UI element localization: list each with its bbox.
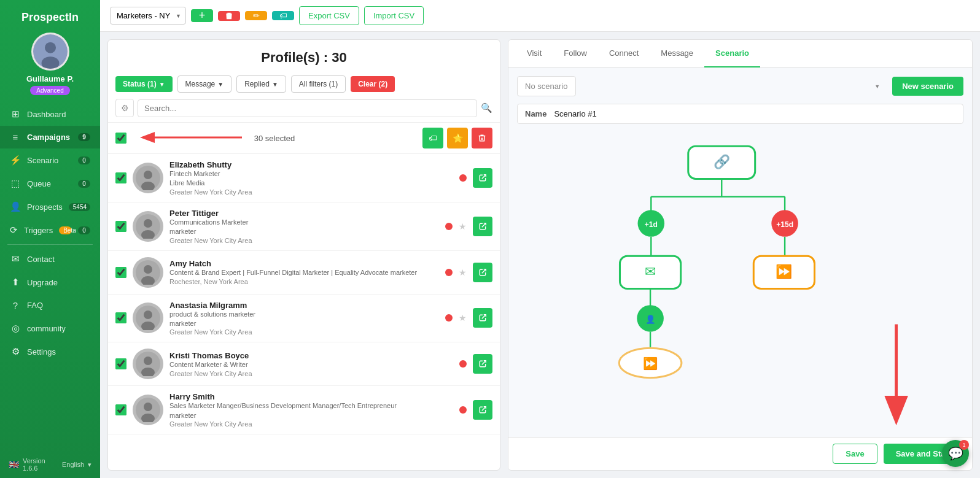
triggers-icon: ⟳ (10, 225, 18, 236)
profile-title: Fintech Marketer (169, 169, 453, 179)
clear-filters-button[interactable]: Clear (2) (351, 76, 395, 92)
sidebar-item-contact[interactable]: ✉ Contact (0, 247, 100, 271)
profile-company: marketer (169, 227, 439, 236)
profile-checkbox[interactable] (115, 172, 126, 183)
brand-title: ProspectIn (0, 0, 100, 33)
upgrade-icon: ⬆ (10, 277, 21, 288)
add-button[interactable]: + (191, 9, 213, 22)
save-button[interactable]: Save (833, 444, 877, 464)
table-row: Anastasia Milgramm product & solutions m… (108, 295, 500, 343)
tab-follow[interactable]: Follow (553, 40, 598, 67)
sidebar-item-scenario[interactable]: ⚡ Scenario 0 (0, 148, 100, 172)
sidebar-item-label: FAQ (27, 301, 43, 310)
profile-checkbox[interactable] (115, 404, 126, 415)
name-row: Name Scenario #1 (517, 104, 963, 124)
delete-selected-button[interactable] (472, 128, 492, 148)
delete-button[interactable] (218, 11, 240, 21)
tab-scenario[interactable]: Scenario (704, 40, 760, 67)
sidebar-divider (7, 244, 93, 245)
sidebar-item-dashboard[interactable]: ⊞ Dashboard (0, 102, 100, 126)
language-chevron[interactable]: ▾ (88, 461, 91, 469)
sidebar-item-label: Settings (27, 347, 56, 357)
profile-info: Anastasia Milgramm product & solutions m… (169, 301, 439, 336)
tag-selected-button[interactable]: 🏷 (422, 128, 443, 148)
profile-checkbox[interactable] (115, 221, 126, 232)
new-scenario-button[interactable]: New scenario (892, 77, 963, 96)
scenario-panel: Visit Follow Connect Message Scenario No… (508, 39, 973, 471)
sidebar-item-community[interactable]: ◎ community (0, 317, 100, 340)
replied-filter-button[interactable]: Replied ▼ (236, 75, 286, 93)
profile-checkbox[interactable] (115, 267, 126, 278)
profile-action-button[interactable] (473, 400, 492, 420)
contact-icon: ✉ (10, 253, 21, 264)
sidebar-item-settings[interactable]: ⚙ Settings (0, 340, 100, 363)
profile-action-button[interactable] (473, 354, 492, 374)
sidebar-item-campaigns[interactable]: ≡ Campaigns 9 (0, 126, 100, 148)
edit-button[interactable]: ✏ (245, 11, 267, 20)
search-submit-button[interactable]: 🔍 (481, 102, 492, 114)
search-input[interactable] (138, 99, 477, 117)
search-settings-button[interactable]: ⚙ (115, 99, 134, 117)
avatar (133, 211, 163, 242)
prospects-icon: 👤 (10, 201, 21, 212)
profile-action-button[interactable] (473, 168, 492, 188)
table-row: Harry Smith Sales Marketer Manger/Busine… (108, 386, 500, 434)
status-filter-chevron: ▼ (159, 81, 165, 88)
export-csv-button[interactable]: Export CSV (299, 6, 359, 25)
star-selected-button[interactable]: ⭐ (447, 128, 468, 148)
svg-point-24 (144, 357, 152, 365)
tab-visit[interactable]: Visit (516, 40, 553, 67)
flag-icon: 🇬🇧 (9, 460, 19, 469)
profile-title: Communications Marketer (169, 218, 439, 227)
svg-point-20 (144, 310, 152, 319)
message-filter-button[interactable]: Message ▼ (177, 75, 232, 93)
name-value: Scenario #1 (554, 109, 596, 118)
all-filters-button[interactable]: All filters (1) (291, 75, 346, 93)
table-row: Peter Tittiger Communications Marketer m… (108, 202, 500, 251)
profile-name: Kristi Thomas Boyce (169, 351, 453, 360)
chat-bubble[interactable]: 💬 1 (942, 440, 969, 467)
status-indicator (459, 174, 467, 182)
profile-info: Elizabeth Shutty Fintech Marketer Libre … (169, 160, 453, 196)
profile-title: Sales Marketer Manger/Business Developme… (169, 401, 453, 411)
profile-info: Amy Hatch Content & Brand Expert | Full-… (169, 259, 439, 285)
avatar (31, 33, 69, 71)
profile-checkbox[interactable] (115, 312, 126, 323)
selected-row: 30 selected 🏷 ⭐ (108, 123, 500, 154)
profile-location: Rochester, New York Area (169, 278, 439, 285)
sidebar-item-upgrade[interactable]: ⬆ Upgrade (0, 271, 100, 294)
scenario-diagram: 🔗 +1d +15d (517, 131, 963, 428)
sidebar-item-prospects[interactable]: 👤 Prospects 5454 (0, 195, 100, 218)
sidebar-item-label: Scenario (27, 156, 58, 165)
import-csv-button[interactable]: Import CSV (364, 6, 424, 25)
profile-action-button[interactable] (473, 217, 492, 236)
scenario-badge: 0 (78, 156, 90, 164)
sidebar-item-label: Prospects (27, 202, 63, 212)
profile-action-button[interactable] (473, 308, 492, 328)
sidebar-item-faq[interactable]: ? FAQ (0, 294, 100, 317)
profile-name: Amy Hatch (169, 259, 439, 268)
version-text: Version 1.6.6 (23, 457, 58, 472)
status-indicator (445, 269, 453, 276)
profiles-title: Profile(s) : 30 (108, 40, 500, 75)
tag-button[interactable]: 🏷 (272, 11, 294, 20)
status-filter-button[interactable]: Status (1) ▼ (115, 76, 173, 92)
scenario-select[interactable]: No scenario (517, 76, 576, 96)
scenario-select-row: No scenario New scenario (517, 76, 963, 96)
campaign-select[interactable]: Marketers - NY (110, 7, 186, 25)
profile-action-button[interactable] (473, 263, 492, 282)
profile-checkbox[interactable] (115, 358, 126, 369)
status-indicator (445, 223, 453, 230)
campaign-select-wrap[interactable]: Marketers - NY (110, 7, 186, 25)
sidebar-item-triggers[interactable]: ⟳ Triggers Beta 0 (0, 218, 100, 242)
select-all-checkbox[interactable] (115, 133, 126, 144)
profile-title: Content Marketer & Writer (169, 360, 453, 369)
name-label: Name (525, 109, 546, 118)
dashboard-icon: ⊞ (10, 109, 21, 120)
sidebar-item-queue[interactable]: ⬚ Queue 0 (0, 172, 100, 195)
scenario-footer: Save Save and Start (508, 437, 972, 470)
scenario-select-wrap[interactable]: No scenario (517, 76, 886, 96)
profile-company: Libre Media (169, 179, 453, 188)
tab-message[interactable]: Message (650, 40, 704, 67)
tab-connect[interactable]: Connect (598, 40, 650, 67)
